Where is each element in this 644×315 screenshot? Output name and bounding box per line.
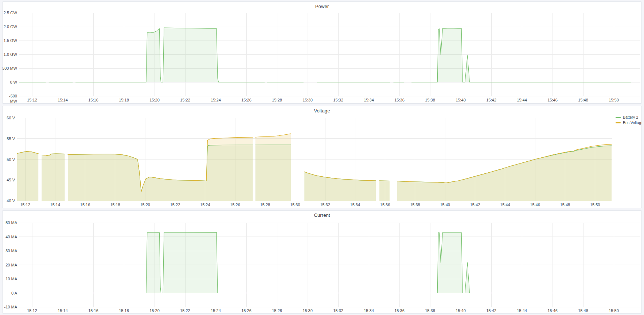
x-tick-label: 15:22 xyxy=(177,308,193,313)
x-tick-label: 15:28 xyxy=(269,308,285,313)
x-tick-label: 15:38 xyxy=(422,97,438,103)
x-tick-label: 15:12 xyxy=(17,202,33,207)
x-tick-label: 15:16 xyxy=(85,97,101,103)
legend-swatch-icon xyxy=(616,122,621,123)
y-tick-label: 45 V xyxy=(2,177,15,183)
y-tick-label: -500 MW xyxy=(2,93,17,104)
x-tick-label: 15:20 xyxy=(137,202,153,207)
x-tick-label: 15:36 xyxy=(377,202,393,207)
x-tick-label: 15:24 xyxy=(208,308,224,313)
x-tick-label: 15:30 xyxy=(300,97,316,103)
y-tick-label: 0 W xyxy=(2,80,17,85)
x-tick-label: 15:38 xyxy=(407,202,423,207)
y-tick-label: 40 MA xyxy=(2,234,17,239)
x-tick-label: 15:34 xyxy=(361,308,377,313)
dashboard-page: Power 2.5 GW2.0 GW1.5 GW1.0 GW500 MW0 W-… xyxy=(0,0,644,315)
x-tick-label: 15:40 xyxy=(453,308,469,313)
x-tick-label: 15:20 xyxy=(147,97,163,103)
x-tick-label: 15:20 xyxy=(147,308,163,313)
y-tick-label: 10 MA xyxy=(2,276,17,281)
x-tick-label: 15:44 xyxy=(497,202,513,207)
x-tick-label: 15:50 xyxy=(587,202,603,207)
x-tick-label: 15:18 xyxy=(116,97,132,103)
x-tick-label: 15:26 xyxy=(227,202,243,207)
x-tick-label: 15:28 xyxy=(257,202,273,207)
x-tick-label: 15:16 xyxy=(85,308,101,313)
x-tick-label: 15:36 xyxy=(391,97,407,103)
y-tick-label: 1.5 GW xyxy=(2,38,17,43)
panel-voltage: Voltage 60 V55 V50 V45 V40 V15:1215:1415… xyxy=(2,106,642,208)
legend-label: Battery 2 xyxy=(623,115,638,120)
x-tick-label: 15:12 xyxy=(24,97,40,103)
x-tick-label: 15:50 xyxy=(606,308,622,313)
y-tick-label: 50 MA xyxy=(2,220,17,225)
x-tick-label: 15:38 xyxy=(422,308,438,313)
x-tick-label: 15:18 xyxy=(116,308,132,313)
x-tick-label: 15:16 xyxy=(77,202,93,207)
x-tick-label: 15:26 xyxy=(238,97,254,103)
x-tick-label: 15:44 xyxy=(514,308,530,313)
x-tick-label: 15:22 xyxy=(177,97,193,103)
x-tick-label: 15:46 xyxy=(527,202,543,207)
voltage-plot-area[interactable] xyxy=(17,118,612,201)
x-tick-label: 15:24 xyxy=(197,202,213,207)
x-tick-label: 15:42 xyxy=(483,308,499,313)
x-tick-label: 15:48 xyxy=(575,308,591,313)
x-tick-label: 15:32 xyxy=(330,97,346,103)
x-tick-label: 15:14 xyxy=(55,97,71,103)
legend-swatch-icon xyxy=(616,117,621,118)
x-tick-label: 15:42 xyxy=(467,202,483,207)
legend-label: Bus Voltage xyxy=(623,120,642,126)
x-tick-label: 15:30 xyxy=(300,308,316,313)
y-tick-label: 30 MA xyxy=(2,248,17,253)
x-tick-label: 15:26 xyxy=(238,308,254,313)
panel-current: Current 50 MA40 MA30 MA20 MA10 MA0 A-10 … xyxy=(2,210,642,314)
x-tick-label: 15:32 xyxy=(317,202,333,207)
y-tick-label: 500 MW xyxy=(2,66,17,71)
current-plot-area[interactable] xyxy=(19,223,640,307)
y-tick-label: 55 V xyxy=(2,136,15,141)
x-tick-label: 15:48 xyxy=(575,97,591,103)
y-tick-label: 2.0 GW xyxy=(2,24,17,29)
x-tick-label: 15:44 xyxy=(514,97,530,103)
x-tick-label: 15:14 xyxy=(55,308,71,313)
x-tick-label: 15:36 xyxy=(391,308,407,313)
x-tick-label: 15:12 xyxy=(24,308,40,313)
x-tick-label: 15:32 xyxy=(330,308,346,313)
x-tick-label: 15:30 xyxy=(287,202,303,207)
x-tick-label: 15:46 xyxy=(545,97,561,103)
y-tick-label: 2.5 GW xyxy=(2,10,17,15)
legend-item-bus-voltage[interactable]: Bus Voltage xyxy=(616,120,642,126)
x-tick-label: 15:28 xyxy=(269,97,285,103)
x-tick-label: 15:40 xyxy=(453,97,469,103)
power-plot-area[interactable] xyxy=(19,13,640,96)
x-tick-label: 15:34 xyxy=(361,97,377,103)
y-tick-label: 50 V xyxy=(2,157,15,162)
x-tick-label: 15:46 xyxy=(545,308,561,313)
x-tick-label: 15:42 xyxy=(483,97,499,103)
panel-power: Power 2.5 GW2.0 GW1.5 GW1.0 GW500 MW0 W-… xyxy=(2,1,642,104)
x-tick-label: 15:24 xyxy=(208,97,224,103)
y-tick-label: 40 V xyxy=(2,198,15,203)
y-tick-label: 0 A xyxy=(2,291,17,296)
y-tick-label: 60 V xyxy=(2,115,15,120)
x-tick-label: 15:50 xyxy=(606,97,622,103)
x-tick-label: 15:14 xyxy=(47,202,63,207)
x-tick-label: 15:22 xyxy=(167,202,183,207)
x-tick-label: 15:18 xyxy=(107,202,123,207)
x-tick-label: 15:48 xyxy=(557,202,573,207)
legend: Battery 2Bus Voltage xyxy=(616,115,642,126)
y-tick-label: -10 MA xyxy=(2,304,17,310)
x-tick-label: 15:40 xyxy=(437,202,453,207)
y-tick-label: 20 MA xyxy=(2,262,17,268)
y-tick-label: 1.0 GW xyxy=(2,52,17,57)
legend-item-battery-2[interactable]: Battery 2 xyxy=(616,115,642,120)
x-tick-label: 15:34 xyxy=(347,202,363,207)
